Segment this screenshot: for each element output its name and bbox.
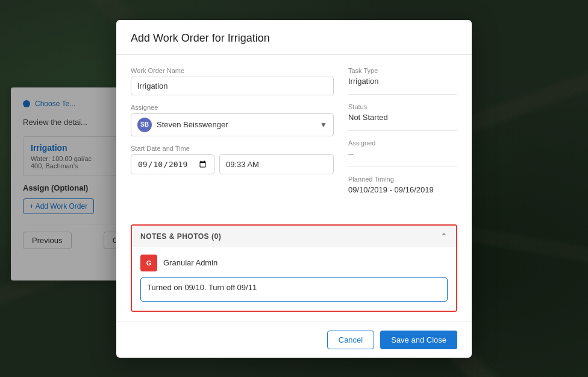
form-left-column: Work Order Name Assignee SB Steven Beiss… (131, 67, 334, 203)
status-label: Status (348, 103, 457, 110)
start-date-input[interactable] (131, 154, 214, 174)
divider-1 (348, 94, 457, 95)
status-value: Not Started (348, 113, 388, 122)
divider-2 (348, 130, 457, 131)
start-date-label: Start Date and Time (131, 145, 334, 152)
cancel-modal-button[interactable]: Cancel (327, 331, 374, 349)
planned-timing-group: Planned Timing 09/10/2019 - 09/16/2019 (348, 176, 457, 194)
start-date-time-group: Start Date and Time (131, 145, 334, 174)
note-user-initial: G (146, 259, 152, 267)
assignee-group: Assignee SB Steven Beisswenger ▼ (131, 104, 334, 136)
task-type-value: Irrigation (348, 77, 379, 86)
assigned-value: -- (348, 149, 354, 158)
modal-footer: Cancel Save and Close (116, 322, 472, 358)
modal-overlay: Add Work Order for Irrigation Work Order… (0, 0, 588, 377)
modal-title: Add Work Order for Irrigation (131, 32, 457, 45)
note-user-avatar: G (140, 255, 157, 271)
assigned-group: Assigned -- (348, 139, 457, 158)
form-right-column: Task Type Irrigation Status Not Started … (348, 67, 457, 203)
assignee-initials: SB (140, 121, 149, 128)
assigned-label: Assigned (348, 139, 457, 147)
notes-body: G Granular Admin Turned on 09/10. Turn o… (132, 247, 456, 311)
note-textarea[interactable]: Turned on 09/10. Turn off 09/11 (140, 277, 448, 302)
planned-timing-label: Planned Timing (348, 176, 457, 183)
assignee-avatar: SB (137, 118, 152, 132)
status-group: Status Not Started (348, 103, 457, 122)
note-user-row: G Granular Admin (140, 255, 448, 271)
assignee-wrapper: SB Steven Beisswenger ▼ (131, 113, 334, 136)
assignee-select[interactable]: SB Steven Beisswenger ▼ (131, 113, 334, 136)
chevron-down-icon: ▼ (320, 121, 327, 129)
date-time-row (131, 154, 334, 174)
add-work-order-modal: Add Work Order for Irrigation Work Order… (116, 20, 472, 358)
modal-header: Add Work Order for Irrigation (116, 20, 472, 55)
task-type-label: Task Type (348, 67, 457, 74)
start-time-input[interactable] (219, 154, 334, 174)
task-type-group: Task Type Irrigation (348, 67, 457, 86)
assignee-label: Assignee (131, 104, 334, 111)
divider-3 (348, 166, 457, 167)
save-close-button[interactable]: Save and Close (380, 331, 457, 349)
work-order-name-label: Work Order Name (131, 67, 334, 74)
planned-timing-value: 09/10/2019 - 09/16/2019 (348, 185, 434, 194)
note-username: Granular Admin (163, 258, 217, 267)
notes-section: NOTES & PHOTOS (0) ⌃ G Granular Admin Tu… (131, 224, 457, 312)
notes-title: NOTES & PHOTOS (0) (140, 232, 221, 241)
work-order-name-group: Work Order Name (131, 67, 334, 95)
collapse-icon: ⌃ (440, 232, 448, 241)
assignee-name: Steven Beisswenger (157, 120, 315, 129)
work-order-name-input[interactable] (131, 77, 334, 95)
modal-body: Work Order Name Assignee SB Steven Beiss… (116, 55, 472, 224)
notes-header[interactable]: NOTES & PHOTOS (0) ⌃ (132, 226, 456, 247)
